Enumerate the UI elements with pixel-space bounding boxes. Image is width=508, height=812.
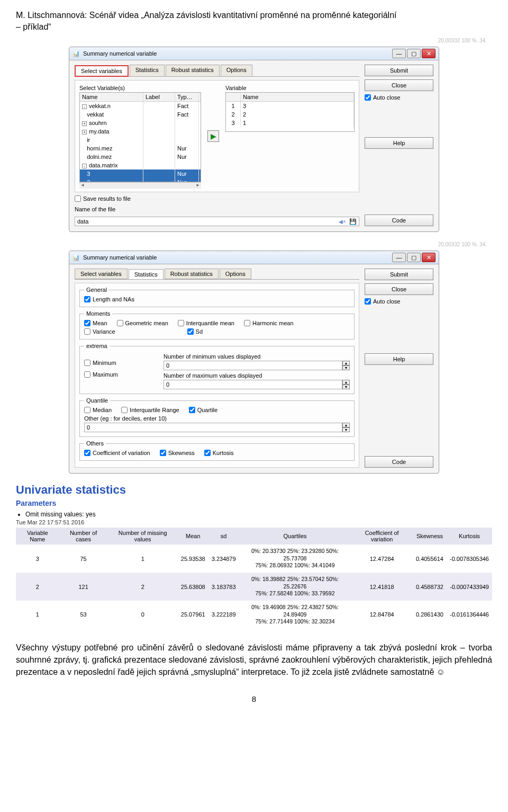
titlebar: 📊 Summary numerical variable — ▢ ✕ xyxy=(69,47,439,60)
code-button[interactable]: Code xyxy=(365,215,433,226)
tree-row[interactable]: vekkatFact xyxy=(80,110,201,119)
tree-row[interactable]: -data.matrix xyxy=(80,161,201,169)
maximize-icon[interactable]: ▢ xyxy=(407,49,421,58)
list-item[interactable]: 13 xyxy=(226,102,354,110)
select-variables-label: Select Variable(s) xyxy=(79,85,201,91)
maximize-icon[interactable]: ▢ xyxy=(407,253,421,262)
doc-header: M. Litschmannová: Scénář videa „Analýza … xyxy=(16,10,492,32)
spin-down-icon[interactable]: ▼ xyxy=(342,385,350,389)
tree-row[interactable]: dolni.mezNur xyxy=(80,153,201,161)
cv-checkbox[interactable]: Coefficient of variation xyxy=(84,450,150,456)
tab-select-variables[interactable]: Select variables xyxy=(75,269,128,279)
table-header: Number of cases xyxy=(59,528,108,545)
tab-options[interactable]: Options xyxy=(220,269,251,279)
page-number: 8 xyxy=(16,694,492,703)
variance-checkbox[interactable]: Variance xyxy=(84,328,115,335)
tab-statistics[interactable]: Statistics xyxy=(129,269,164,280)
skewness-checkbox[interactable]: Skewness xyxy=(160,450,195,456)
tree-row[interactable]: 2Nur xyxy=(80,178,201,182)
interquantile-mean-checkbox[interactable]: Interquantile mean xyxy=(178,320,234,326)
spin-up-icon[interactable]: ▲ xyxy=(342,423,350,427)
col-name: Name xyxy=(80,93,143,101)
spin-down-icon[interactable]: ▼ xyxy=(342,427,350,432)
window-title2: Summary numerical variable xyxy=(83,254,389,261)
maximum-checkbox[interactable]: Maximum xyxy=(84,371,148,378)
spin-down-icon[interactable]: ▼ xyxy=(342,365,350,370)
col-label: Label xyxy=(143,93,175,101)
submit-button[interactable]: Submit xyxy=(365,65,433,76)
univariate-heading: Univariate statistics xyxy=(16,483,492,497)
app-icon: 📊 xyxy=(72,50,80,57)
tree-row[interactable]: 3Nur xyxy=(80,169,201,178)
table-header: sd xyxy=(208,528,239,545)
length-nas-checkbox[interactable]: Length and NAs xyxy=(84,296,350,302)
tab-robust-statistics[interactable]: Robust statistics xyxy=(166,65,220,76)
table-header: Coefficient of variation xyxy=(351,528,413,545)
table-row: 375125.935383.2348790%: 20.33730 25%: 23… xyxy=(16,545,492,573)
omit-missing-bullet: Omit missing values: yes xyxy=(25,511,492,518)
tree-row[interactable]: ir xyxy=(80,136,201,144)
num-max-input[interactable]: ▲▼ xyxy=(164,380,350,389)
close-icon[interactable]: ✕ xyxy=(422,253,436,262)
close-button[interactable]: Close xyxy=(365,79,433,91)
auto-close-checkbox[interactable]: Auto close xyxy=(365,298,433,305)
auto-close-checkbox[interactable]: Auto close xyxy=(365,94,433,101)
save-file-icon[interactable]: 💾 xyxy=(349,218,357,225)
median-checkbox[interactable]: Median xyxy=(84,407,112,413)
submit-button[interactable]: Submit xyxy=(365,269,433,280)
tab-select-variables[interactable]: Select variables xyxy=(75,65,129,77)
spin-up-icon[interactable]: ▲ xyxy=(342,380,350,385)
num-min-label: Number of minimum values displayed xyxy=(164,353,350,360)
other-quantile-label: Other (eg : for deciles, enter 10) xyxy=(84,415,350,422)
tree-row[interactable]: +my.data xyxy=(80,127,201,136)
table-header: Mean xyxy=(178,528,208,545)
spin-up-icon[interactable]: ▲ xyxy=(342,361,350,365)
quartile-checkbox[interactable]: Quartile xyxy=(189,407,218,413)
minimum-checkbox[interactable]: Minimum xyxy=(84,360,148,366)
general-group: General Length and NAs xyxy=(79,287,355,307)
kurtosis-checkbox[interactable]: Kurtosis xyxy=(204,450,234,456)
help-button[interactable]: Help xyxy=(365,353,433,365)
tab-robust-statistics[interactable]: Robust statistics xyxy=(165,269,219,279)
table-header: Number of missing values xyxy=(108,528,178,545)
table-header: Quartiles xyxy=(239,528,351,545)
summary-dialog-select-vars: 📊 Summary numerical variable — ▢ ✕ Selec… xyxy=(69,47,439,232)
tree-row[interactable]: -vekkat.nFact xyxy=(80,102,201,110)
close-button[interactable]: Close xyxy=(365,283,433,295)
list-item[interactable]: 31 xyxy=(226,119,354,127)
univariate-stats-table: Variable NameNumber of casesNumber of mi… xyxy=(16,528,492,629)
save-results-checkbox[interactable]: Save results to file xyxy=(75,195,359,202)
num-min-input[interactable]: ▲▼ xyxy=(164,361,350,370)
move-right-button[interactable]: ▶ xyxy=(207,130,219,142)
sd-checkbox[interactable]: Sd xyxy=(187,328,203,335)
harmonic-mean-checkbox[interactable]: Harmonic mean xyxy=(244,320,294,326)
filename-input[interactable]: data ◀× 💾 xyxy=(75,217,359,226)
col-name2: Name xyxy=(241,93,354,101)
table-header: Variable Name xyxy=(16,528,59,545)
clear-icon[interactable]: ◀× xyxy=(339,219,346,225)
tab-statistics[interactable]: Statistics xyxy=(130,65,165,76)
close-icon[interactable]: ✕ xyxy=(422,49,436,58)
other-quantile-input[interactable]: ▲▼ xyxy=(84,423,350,432)
table-header: Kurtosis xyxy=(447,528,492,545)
mean-checkbox[interactable]: Mean xyxy=(84,320,107,326)
minimize-icon[interactable]: — xyxy=(392,49,406,58)
name-of-file-label: Name of the file xyxy=(75,206,359,212)
tree-scrollbar[interactable] xyxy=(79,182,201,189)
tab-options[interactable]: Options xyxy=(221,65,252,76)
background-noise-text: 20.00332 100 %. 34. xyxy=(16,38,492,43)
tree-row[interactable]: horni.mezNur xyxy=(80,144,201,153)
help-button[interactable]: Help xyxy=(365,137,433,149)
titlebar2: 📊 Summary numerical variable — ▢ ✕ xyxy=(69,251,439,264)
tree-row[interactable]: +souhrn xyxy=(80,119,201,127)
variable-tree[interactable]: Name Label Typ… -vekkat.nFact vekkatFact… xyxy=(79,92,201,182)
minimize-icon[interactable]: — xyxy=(392,253,406,262)
geometric-mean-checkbox[interactable]: Geometric mean xyxy=(117,320,168,326)
code-button[interactable]: Code xyxy=(365,456,433,468)
selected-variable-table[interactable]: Name 132231 xyxy=(225,92,355,132)
tab-bar: Select variables Statistics Robust stati… xyxy=(75,65,359,77)
doc-header-line2: – příklad“ xyxy=(16,21,492,33)
table-row: 153025.079613.2221890%: 19.46908 25%: 22… xyxy=(16,601,492,629)
iqr-checkbox[interactable]: Interquartile Range xyxy=(121,407,179,413)
list-item[interactable]: 22 xyxy=(226,110,354,119)
